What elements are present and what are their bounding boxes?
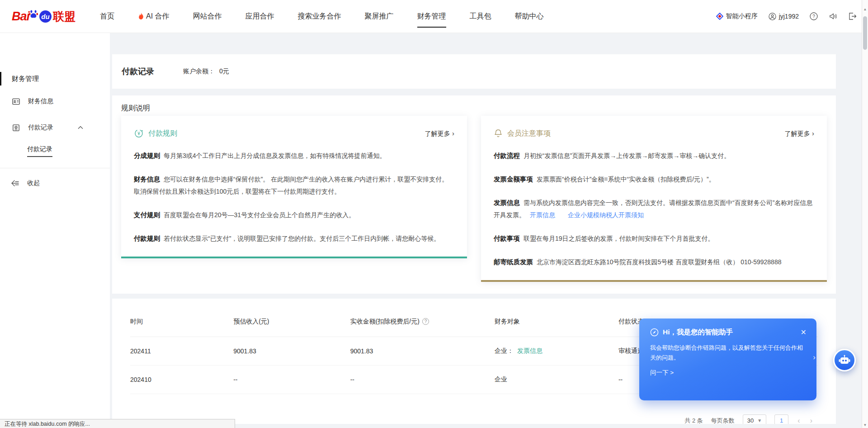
member-notes-head: 会员注意事项 了解更多 [494, 128, 814, 138]
rule-cards-row: ¥ 付款规则 了解更多 分成规则每月第3或4个工作日产出上月分成信息及发票信息，… [121, 116, 827, 282]
scrollbar-thumb[interactable] [863, 16, 867, 50]
flame-icon [138, 13, 144, 20]
caret-down-icon: ▼ [757, 418, 762, 423]
member-notes-title: 会员注意事项 [507, 129, 551, 138]
page-number-button[interactable]: 1 [774, 414, 788, 424]
page-header-card: 付款记录 账户余额： 0元 [112, 54, 836, 89]
nav-item-ai-cooperation[interactable]: AI 合作 [126, 0, 181, 33]
nav-right: 智能小程序 jyj1992 ? [716, 12, 856, 20]
rule-line-finance-info: 财务信息您可以在财务信息中选择“保留付款”。 在此期间您产生的收入将在账户内进行… [134, 173, 454, 198]
sidebar: 财务管理 财务信息 付款记录 付款记录 [0, 33, 110, 428]
logo-text-du: du [39, 10, 52, 23]
cell-target: 企业：发票信息 [495, 337, 618, 366]
logout-icon[interactable] [848, 12, 856, 20]
sidebar-collapse-button[interactable]: 收起 [0, 172, 110, 195]
compass-icon [650, 328, 659, 337]
help-icon[interactable]: ? [810, 12, 818, 20]
top-nav: Bai du 联盟 首页 AI 合作 网站合作 应用合作 搜索业务合作 聚屏推广… [0, 0, 868, 33]
prev-page-icon[interactable]: ‹ [797, 417, 801, 424]
nav-item-toolkit[interactable]: 工具包 [458, 0, 503, 33]
payment-rules-title: 付款规则 [148, 129, 177, 138]
invoice-info-link[interactable]: 开票信息 [530, 211, 555, 219]
assistant-popup: Hi，我是您的智能助手 ✕ 我会帮助您诊断合作链路问题，以及解答您关于任何合作相… [639, 319, 816, 400]
sidebar-section-finance-management: 财务管理 [0, 71, 110, 86]
sidebar-item-finance-info[interactable]: 财务信息 [0, 90, 110, 113]
sidebar-item-payment-records[interactable]: 付款记录 [0, 116, 110, 139]
rule-line-invoice-amount: 发票金额事项发票票面“价税合计”金额=系统中“实收金额（扣除税费后/元）”。 [494, 173, 814, 185]
svg-text:¥: ¥ [137, 131, 140, 136]
nav-item-app-cooperation[interactable]: 应用合作 [234, 0, 286, 33]
page-title: 付款记录 [122, 66, 154, 77]
assistant-side-arrow-icon[interactable]: › [810, 348, 818, 366]
paw-icon [28, 9, 38, 19]
close-icon[interactable]: ✕ [801, 329, 807, 336]
cell-time: 202410 [130, 366, 233, 394]
next-page-icon[interactable]: › [809, 417, 813, 424]
smart-miniprogram-link[interactable]: 智能小程序 [716, 12, 758, 20]
rule-line-payment-flow: 付款流程月初按“发票信息”页面开具发票→上传发票→邮寄发票→审核→确认支付。 [494, 150, 814, 162]
nav-item-home[interactable]: 首页 [88, 0, 126, 33]
bell-icon [494, 128, 503, 138]
small-taxpayer-notice-link[interactable]: 企业小规模纳税人开票须知 [568, 211, 644, 219]
balance-label: 账户余额： [183, 67, 215, 75]
payment-rules-more-link[interactable]: 了解更多 [425, 129, 454, 138]
assistant-title: Hi，我是您的智能助手 [663, 328, 733, 337]
id-card-icon [12, 97, 20, 106]
robot-icon [838, 354, 851, 366]
rule-line-invoice-info: 发票信息需与系统内发票信息内容完全一致，否则无法支付。请根据发票信息页面中“百度… [494, 197, 814, 221]
col-header-estimated-income: 预估收入(元) [233, 318, 350, 337]
member-notes-more-link[interactable]: 了解更多 [785, 129, 814, 138]
column-help-icon[interactable]: ? [422, 318, 429, 325]
ask-now-link[interactable]: 问一下 > [650, 369, 807, 377]
vertical-scrollbar[interactable]: ▲ ▼ [862, 0, 868, 428]
total-count: 共 2 条 [684, 417, 703, 424]
svg-text:?: ? [812, 14, 815, 19]
rules-section-title: 规则说明 [121, 104, 827, 113]
receipt-badge-icon [12, 124, 20, 132]
chevron-up-icon [78, 126, 83, 129]
col-header-time: 时间 [130, 318, 233, 337]
nav-item-help-center[interactable]: 帮助中心 [503, 0, 556, 33]
rule-line-mail-invoice: 邮寄纸质发票北京市海淀区西北旺东路10号院百度科技园5号楼 百度联盟财务组（收）… [494, 256, 814, 268]
assistant-robot-button[interactable] [833, 349, 856, 371]
collapse-arrow-icon [11, 180, 19, 186]
rule-line-payment-status: 付款规则若付款状态显示“已支付”，说明联盟已安排了您的付款。支付后三个工作日内到… [134, 233, 454, 245]
scroll-down-icon[interactable]: ▼ [862, 423, 868, 427]
rule-line-payment-matters: 付款事项联盟在每月19日之后签收的发票，付款时间安排在下个月首批支付。 [494, 233, 814, 245]
status-text: 正在等待 xlab.baidu.com 的响应... [5, 421, 90, 427]
baidu-union-logo[interactable]: Bai du 联盟 [12, 9, 75, 24]
assistant-header: Hi，我是您的智能助手 ✕ [650, 328, 807, 337]
browser-status-bar: 正在等待 xlab.baidu.com 的响应... [0, 419, 235, 428]
pagination: 共 2 条 每页条数 30▼ 1 ‹ › [684, 414, 813, 424]
rule-line-pay-rule: 支付规则百度联盟会在每月20号—31号支付企业会员上个自然月产生的收入。 [134, 209, 454, 221]
nav-menu: 首页 AI 合作 网站合作 应用合作 搜索业务合作 聚屏推广 财务管理 工具包 … [88, 0, 556, 33]
announcement-speaker-icon[interactable] [829, 12, 837, 20]
per-page-label: 每页条数 [711, 417, 735, 424]
cell-estimated: -- [233, 366, 350, 394]
col-header-actual-amount: 实收金额(扣除税费后/元)? [350, 318, 495, 337]
nav-item-website-cooperation[interactable]: 网站合作 [181, 0, 234, 33]
payment-rules-head: ¥ 付款规则 了解更多 [134, 128, 454, 138]
nav-item-search-cooperation[interactable]: 搜索业务合作 [286, 0, 353, 33]
sidebar-divider [0, 168, 110, 168]
logo-text-bai: Bai [12, 10, 29, 24]
member-notes-card: 会员注意事项 了解更多 付款流程月初按“发票信息”页面开具发票→上传发票→邮寄发… [481, 116, 827, 282]
balance-value: 0元 [219, 67, 229, 75]
invoice-info-table-link[interactable]: 发票信息 [517, 347, 542, 354]
sidebar-subitem-payment-records[interactable]: 付款记录 [0, 141, 110, 162]
account-balance: 账户余额： 0元 [183, 67, 229, 76]
nav-item-finance-management[interactable]: 财务管理 [406, 0, 458, 33]
per-page-select[interactable]: 30▼ [743, 414, 766, 424]
rule-line-share: 分成规则每月第3或4个工作日产出上月分成信息及发票信息，如有特殊情况将提前通知。 [134, 150, 454, 162]
cell-actual: 9001.83 [350, 337, 495, 366]
cell-estimated: 9001.83 [233, 337, 350, 366]
user-account[interactable]: jyj1992 [769, 13, 799, 20]
cell-target: 企业 [495, 366, 618, 394]
logo-text-union: 联盟 [53, 9, 75, 24]
nav-item-screen-promotion[interactable]: 聚屏推广 [353, 0, 406, 33]
payment-rules-card: ¥ 付款规则 了解更多 分成规则每月第3或4个工作日产出上月分成信息及发票信息，… [121, 116, 467, 258]
assistant-message: 我会帮助您诊断合作链路问题，以及解答您关于任何合作相关的问题。 [650, 343, 807, 363]
coin-icon: ¥ [134, 128, 144, 138]
miniprogram-icon [716, 13, 723, 20]
scroll-up-icon[interactable]: ▲ [862, 7, 868, 11]
